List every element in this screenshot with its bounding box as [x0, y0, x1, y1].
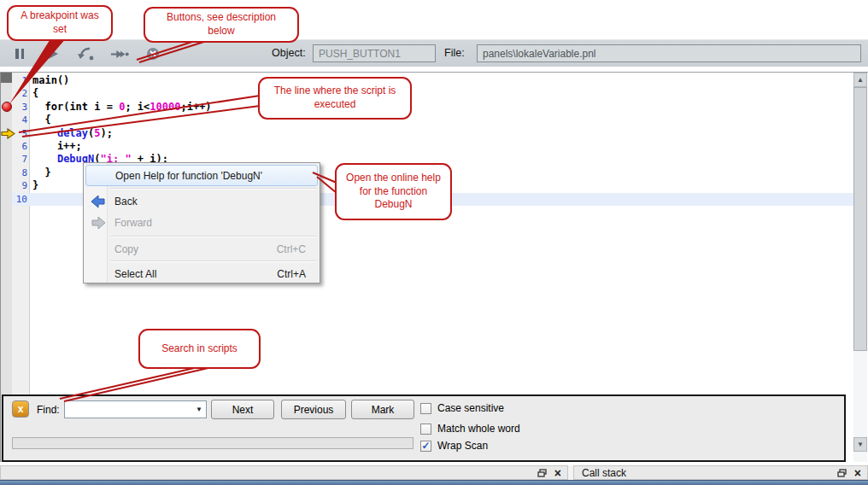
- file-label: File:: [444, 47, 465, 59]
- object-field[interactable]: PUSH_BUTTON1: [313, 44, 436, 62]
- callout-online-help: Open the online help for the function De…: [335, 163, 452, 220]
- find-next-button[interactable]: Next: [211, 400, 274, 419]
- context-menu: Open Help for function 'DebugN' Back For…: [83, 162, 320, 283]
- menu-shortcut: Ctrl+A: [277, 268, 306, 280]
- find-previous-button[interactable]: Previous: [281, 400, 346, 419]
- call-stack-title: Call stack: [582, 467, 626, 479]
- execution-arrow-icon: [1, 128, 15, 139]
- step-into-icon: [77, 47, 96, 61]
- breakpoint-icon[interactable]: [2, 102, 12, 112]
- checkbox-case-sensitive[interactable]: Case sensitive: [420, 402, 504, 414]
- checkbox-match-whole-word[interactable]: Match whole word: [420, 423, 520, 435]
- close-icon: x: [18, 403, 24, 415]
- menu-item-copy[interactable]: Copy Ctrl+C: [85, 238, 318, 260]
- find-panel: x Find: ▼ Next Previous Mark Case sensit…: [2, 394, 846, 462]
- find-mark-button[interactable]: Mark: [351, 400, 414, 419]
- arrow-down-icon: ▼: [857, 441, 864, 448]
- forward-arrow-icon: [91, 215, 106, 231]
- scroll-down-button[interactable]: ▼: [853, 437, 867, 452]
- code-line: main(): [32, 74, 851, 87]
- line-numbers: 12 34 56 78 910: [12, 74, 27, 206]
- find-close-button[interactable]: x: [12, 400, 29, 418]
- debug-toolbar-buttons: [10, 40, 162, 67]
- window-bottom-edge: [0, 480, 868, 485]
- checkbox-unchecked-icon: [420, 403, 431, 414]
- callout-executed-line: The line where the script is executed: [258, 77, 412, 120]
- menu-item-open-help[interactable]: Open Help for function 'DebugN': [85, 165, 318, 186]
- code-line: i++;: [32, 140, 851, 153]
- scroll-up-button[interactable]: ▲: [853, 73, 867, 87]
- callout-breakpoint-was-set: A breakpoint was set: [7, 5, 113, 41]
- close-icon[interactable]: ×: [554, 467, 561, 479]
- close-icon[interactable]: ×: [854, 467, 861, 479]
- code-line: for(int i = 0; i<10000;i++): [32, 101, 851, 114]
- callout-buttons-description: Buttons, see description below: [144, 7, 299, 43]
- dropdown-arrow-icon[interactable]: ▼: [196, 406, 202, 413]
- menu-item-forward[interactable]: Forward: [85, 212, 318, 233]
- menu-separator: [110, 260, 317, 262]
- menu-item-select-all[interactable]: Select All Ctrl+A: [85, 263, 318, 284]
- pause-icon: [15, 49, 24, 59]
- scrollbar-thumb[interactable]: [853, 87, 867, 351]
- find-input[interactable]: ▼: [64, 400, 207, 418]
- find-label: Find:: [37, 404, 60, 416]
- debug-toolbar: Object: PUSH_BUTTON1 File: panels\lokale…: [0, 39, 868, 67]
- vertical-scrollbar[interactable]: ▲ ▼: [853, 73, 867, 462]
- stop-button[interactable]: [144, 45, 162, 62]
- dock-header-row: × Call stack ×: [0, 465, 868, 480]
- stop-icon: [146, 47, 160, 61]
- checkbox-checked-icon: ✓: [420, 441, 431, 452]
- arrow-up-icon: ▲: [857, 76, 864, 84]
- back-arrow-icon: [91, 194, 106, 209]
- check-icon: ✓: [421, 441, 430, 451]
- dock-panel-left-header: ×: [0, 465, 568, 480]
- object-label: Object:: [272, 47, 306, 59]
- code-line: {: [32, 87, 851, 100]
- callout-search-in-scripts: Search in scripts: [138, 329, 261, 369]
- pause-button[interactable]: [10, 45, 29, 62]
- checkbox-wrap-scan[interactable]: ✓ Wrap Scan: [420, 440, 488, 452]
- menu-separator: [110, 188, 317, 190]
- menu-item-back[interactable]: Back: [85, 190, 318, 212]
- breakpoint-margin-cap: [1, 73, 12, 83]
- menu-separator: [110, 236, 317, 237]
- menu-shortcut: Ctrl+C: [277, 243, 306, 255]
- call-stack-panel-header: Call stack ×: [573, 465, 868, 480]
- step-into-button[interactable]: [77, 45, 96, 62]
- float-panel-icon[interactable]: [537, 469, 547, 477]
- run-icon: [49, 49, 58, 59]
- step-over-icon: [110, 49, 129, 60]
- float-panel-icon[interactable]: [837, 469, 847, 477]
- code-line: delay(5);: [32, 127, 851, 140]
- find-progress-strip: [12, 437, 413, 449]
- checkbox-unchecked-icon: [420, 424, 431, 435]
- code-line: {: [32, 114, 851, 126]
- run-button[interactable]: [44, 45, 62, 62]
- file-field[interactable]: panels\lokaleVariable.pnl: [477, 44, 861, 62]
- debugger-window: A breakpoint was set Buttons, see descri…: [0, 0, 868, 485]
- step-over-button[interactable]: [110, 45, 129, 62]
